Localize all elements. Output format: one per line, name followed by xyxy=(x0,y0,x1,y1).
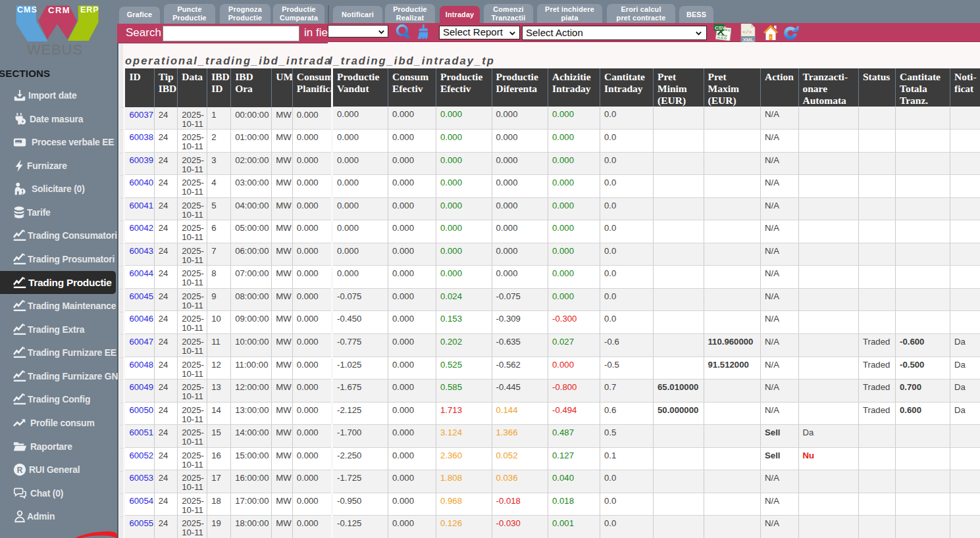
svg-text:XML: XML xyxy=(743,37,754,43)
svg-text:CMS: CMS xyxy=(17,5,38,14)
svg-text:</>: </> xyxy=(742,29,752,35)
svg-text:ERP: ERP xyxy=(80,5,99,14)
svg-text:R: R xyxy=(17,466,23,475)
svg-text:WEBUS: WEBUS xyxy=(27,41,83,58)
svg-text:CSV: CSV xyxy=(715,25,726,31)
svg-text:CRM: CRM xyxy=(48,5,70,15)
